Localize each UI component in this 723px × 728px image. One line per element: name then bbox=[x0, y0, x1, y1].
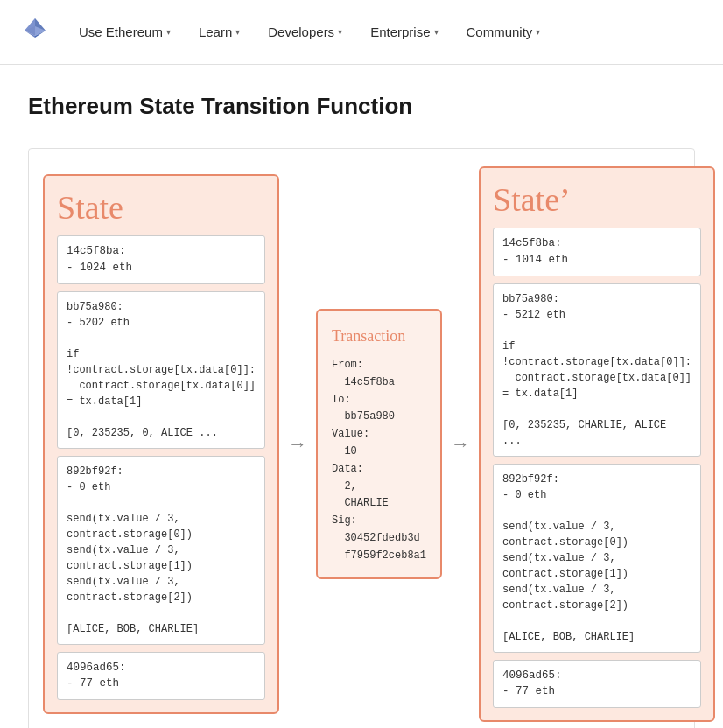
account-block: 892bf92f:- 0 ethsend(tx.value / 3, contr… bbox=[493, 464, 701, 653]
page-title: Ethereum State Transition Function bbox=[28, 93, 695, 120]
nav-learn[interactable]: Learn ▾ bbox=[186, 18, 252, 46]
nav-use-ethereum[interactable]: Use Ethereum ▾ bbox=[67, 18, 183, 46]
chevron-down-icon: ▾ bbox=[235, 27, 240, 37]
state-left-box: State 14c5f8ba:- 1024 eth bb75a980:- 520… bbox=[43, 174, 279, 714]
nav-developers[interactable]: Developers ▾ bbox=[256, 18, 354, 46]
account-block: 4096ad65:- 77 eth bbox=[57, 652, 265, 701]
right-arrow-icon: → bbox=[442, 433, 479, 456]
chevron-down-icon: ▾ bbox=[434, 27, 439, 37]
left-arrow-icon: → bbox=[279, 433, 316, 456]
state-transition-diagram: State 14c5f8ba:- 1024 eth bb75a980:- 520… bbox=[28, 148, 695, 728]
account-block: bb75a980:- 5202 ethif !contract.storage[… bbox=[57, 291, 265, 449]
account-block: 4096ad65:- 77 eth bbox=[493, 660, 701, 709]
account-block: 14c5f8ba:- 1014 eth bbox=[493, 228, 701, 276]
account-block: 14c5f8ba:- 1024 eth bbox=[57, 235, 265, 284]
state-right-title: State’ bbox=[493, 180, 701, 219]
page-content: Ethereum State Transition Function State… bbox=[0, 65, 723, 728]
navigation: Use Ethereum ▾ Learn ▾ Developers ▾ Ente… bbox=[0, 0, 723, 65]
chevron-down-icon: ▾ bbox=[338, 27, 342, 37]
state-left-title: State bbox=[57, 188, 265, 227]
account-block: bb75a980:- 5212 ethif !contract.storage[… bbox=[493, 284, 701, 457]
nav-enterprise[interactable]: Enterprise ▾ bbox=[358, 18, 450, 46]
ethereum-logo bbox=[21, 17, 67, 47]
state-right-box: State’ 14c5f8ba:- 1014 eth bb75a980:- 52… bbox=[479, 166, 715, 722]
chevron-down-icon: ▾ bbox=[536, 27, 540, 37]
account-block: 892bf92f:- 0 ethsend(tx.value / 3, contr… bbox=[57, 456, 265, 645]
transaction-content: From: 14c5f8ba To: bb75a980 Value: 10 Da… bbox=[332, 357, 426, 565]
nav-menu: Use Ethereum ▾ Learn ▾ Developers ▾ Ente… bbox=[67, 18, 552, 46]
transaction-title: Transaction bbox=[332, 323, 426, 350]
nav-community[interactable]: Community ▾ bbox=[454, 18, 553, 46]
chevron-down-icon: ▾ bbox=[166, 27, 171, 37]
transaction-box: Transaction From: 14c5f8ba To: bb75a980 … bbox=[316, 309, 442, 578]
